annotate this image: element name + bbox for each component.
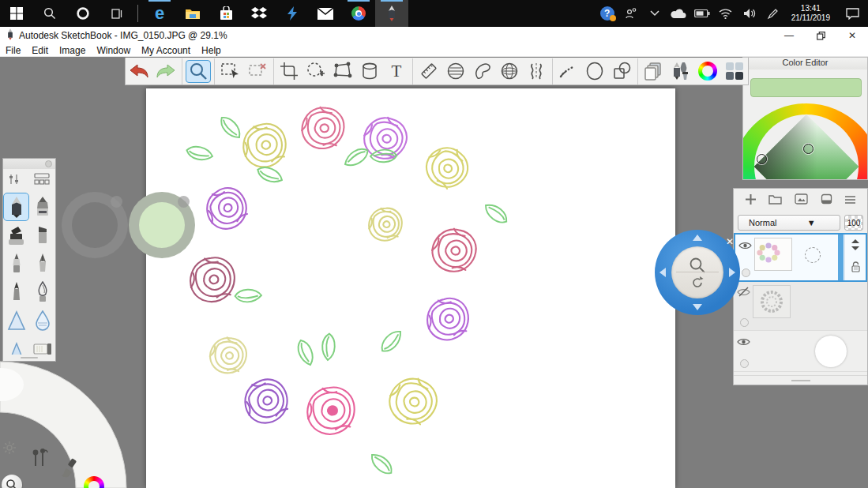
layer-thumbnail[interactable] xyxy=(753,285,791,318)
microsoft-store-icon[interactable] xyxy=(209,0,242,27)
crop-tool[interactable] xyxy=(277,60,302,83)
brush-panel-titlebar[interactable] xyxy=(3,159,55,169)
layer-row-layer1[interactable] xyxy=(734,282,867,331)
eraser-tool-icon[interactable] xyxy=(821,193,832,208)
hue-marker[interactable] xyxy=(757,154,767,164)
brush-library-icon[interactable] xyxy=(34,173,50,189)
search-icon[interactable] xyxy=(33,0,66,27)
brush-marker[interactable] xyxy=(3,221,29,250)
brush-eraser[interactable] xyxy=(29,335,55,355)
brush-fountain-pen[interactable] xyxy=(29,250,55,278)
menu-image[interactable]: Image xyxy=(54,45,91,56)
layer-row-layer2[interactable] xyxy=(734,233,867,282)
brush-flame-brush[interactable] xyxy=(29,278,55,306)
brush-ink-pen[interactable] xyxy=(3,278,29,306)
menu-edit[interactable]: Edit xyxy=(26,45,54,56)
ellipse-guide-tool[interactable] xyxy=(443,60,468,83)
pen-icon[interactable] xyxy=(761,0,785,27)
layer-thumbnail[interactable] xyxy=(754,238,792,271)
zoom-tool[interactable] xyxy=(186,60,211,83)
undo-tool[interactable] xyxy=(126,60,152,83)
redo-tool[interactable] xyxy=(153,60,178,83)
reorder-arrows-icon[interactable] xyxy=(850,238,861,254)
taskbar-clock[interactable]: 13:41 21/11/2019 xyxy=(785,4,836,24)
lock-transparency-icon[interactable] xyxy=(851,261,861,276)
pan-down-arrow-icon[interactable] xyxy=(693,304,702,310)
text-tool[interactable]: T xyxy=(384,60,409,83)
volume-icon[interactable] xyxy=(738,0,761,27)
symmetry-tool[interactable] xyxy=(524,60,549,83)
import-image-icon[interactable] xyxy=(795,193,808,208)
brush-blur-drop[interactable] xyxy=(29,306,55,335)
layer-radio[interactable] xyxy=(742,268,750,277)
brush-size-puck[interactable] xyxy=(62,192,128,258)
battery-icon[interactable] xyxy=(690,0,714,27)
shapes-tool[interactable] xyxy=(609,60,634,83)
brush-panel-knob[interactable] xyxy=(45,160,52,167)
visibility-eye-icon[interactable] xyxy=(737,336,750,350)
paintbrush-icon[interactable] xyxy=(60,458,81,479)
layer-copy-tool[interactable] xyxy=(641,60,667,83)
task-view-icon[interactable] xyxy=(100,0,133,27)
edge-icon[interactable]: e xyxy=(143,0,176,27)
menu-file[interactable]: File xyxy=(0,45,26,56)
puck-tab[interactable] xyxy=(178,196,190,208)
brush-airbrush[interactable] xyxy=(29,193,55,221)
brush-settings-icon[interactable] xyxy=(9,173,23,189)
window-titlebar[interactable]: Autodesk SketchBook - IMG_0150.JPG @ 29.… xyxy=(0,27,868,44)
help-icon[interactable]: ? xyxy=(596,0,619,27)
ruler-tool[interactable] xyxy=(416,60,442,83)
start-button-icon[interactable] xyxy=(0,0,33,27)
nudge-tool[interactable] xyxy=(303,60,329,83)
stroke-line-tool[interactable] xyxy=(556,60,581,83)
background-color-swatch[interactable] xyxy=(815,336,847,367)
brush-pencil[interactable] xyxy=(3,193,29,221)
add-layer-icon[interactable] xyxy=(745,193,757,208)
layer-row-background[interactable] xyxy=(734,331,867,372)
puck-tool-icon[interactable] xyxy=(30,448,49,468)
mail-icon[interactable] xyxy=(309,0,342,27)
onedrive-icon[interactable] xyxy=(667,0,690,27)
brush-ballpoint[interactable] xyxy=(3,250,29,278)
color-editor-panel[interactable]: Color Editor xyxy=(742,57,868,180)
wifi-icon[interactable] xyxy=(714,0,738,27)
color-puck[interactable] xyxy=(129,192,195,258)
rotate-icon[interactable] xyxy=(691,276,704,289)
menu-window[interactable]: Window xyxy=(91,45,136,56)
file-explorer-icon[interactable] xyxy=(176,0,209,27)
brush-small-smear[interactable] xyxy=(3,335,29,355)
brush-smear[interactable] xyxy=(3,306,29,335)
layers-panel[interactable]: Normal ▼ 100 xyxy=(733,188,868,385)
pan-up-arrow-icon[interactable] xyxy=(693,235,702,241)
menu-my-account[interactable]: My Account xyxy=(136,45,196,56)
sketchbook-taskbar-icon[interactable] xyxy=(375,0,408,27)
brush-palette-panel[interactable] xyxy=(2,158,56,362)
people-icon[interactable] xyxy=(619,0,643,27)
restore-button[interactable] xyxy=(805,27,836,44)
color-wheel-icon[interactable] xyxy=(84,476,104,488)
visibility-eye-icon[interactable] xyxy=(738,239,752,253)
swatches-tool[interactable] xyxy=(722,60,747,83)
ellipse-tool[interactable] xyxy=(582,60,607,83)
layer-radio[interactable] xyxy=(740,318,749,327)
fill-tool[interactable] xyxy=(357,60,382,83)
brushes-tool[interactable] xyxy=(668,60,693,83)
current-color-swatch[interactable] xyxy=(750,78,862,97)
deselect-tool[interactable] xyxy=(245,60,270,83)
bolt-app-icon[interactable] xyxy=(276,0,309,27)
dropbox-icon[interactable] xyxy=(242,0,276,27)
layer-menu-icon[interactable] xyxy=(844,193,856,208)
blend-mode-dropdown[interactable]: Normal ▼ xyxy=(738,215,840,231)
nav-puck-center[interactable] xyxy=(671,246,723,298)
layer-radio[interactable] xyxy=(740,359,749,368)
saturation-marker[interactable] xyxy=(803,144,814,154)
color-wheel-tool[interactable] xyxy=(695,60,720,83)
folder-icon[interactable] xyxy=(768,193,782,208)
minimize-button[interactable]: — xyxy=(773,27,805,44)
action-center-icon[interactable] xyxy=(836,0,868,27)
close-button[interactable]: ✕ xyxy=(836,27,868,44)
puck-close-icon[interactable]: ✕ xyxy=(726,237,734,246)
gear-icon[interactable] xyxy=(2,440,17,456)
chevron-up-icon[interactable] xyxy=(643,0,667,27)
chrome-icon[interactable] xyxy=(342,0,375,27)
